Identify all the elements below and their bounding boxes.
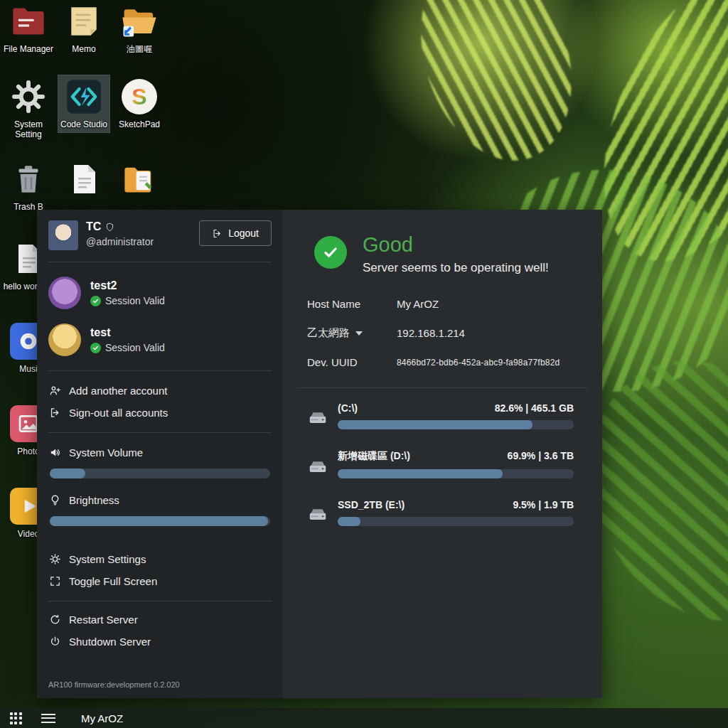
- uuid-value: 8466bd72-bdb6-452a-abc9-fa98a77fb82d: [397, 358, 560, 368]
- desktop-icon-trash[interactable]: Trash B: [3, 159, 54, 212]
- user-menu-pane: TC @administrator Logout test2 Session V…: [37, 210, 283, 698]
- desktop-icon-sketchpad[interactable]: S SketchPad: [114, 77, 165, 129]
- code-icon: [64, 77, 104, 117]
- account-name: test2: [90, 279, 165, 292]
- menu-item-label: System Settings: [69, 553, 146, 565]
- disk-usage: 82.6% | 465.1 GB: [495, 402, 574, 414]
- speaker-icon: [48, 446, 61, 459]
- note-icon: [64, 1, 104, 41]
- taskbar-title: My ArOZ: [81, 712, 123, 724]
- apps-grid-button[interactable]: [0, 708, 31, 728]
- volume-slider-fill: [50, 469, 85, 478]
- gear-icon: [9, 77, 48, 117]
- menu-item-label: Sign-out all accounts: [69, 407, 168, 419]
- user-status-panel: TC @administrator Logout test2 Session V…: [37, 210, 602, 698]
- uuid-row: Dev. UUID 8466bd72-bdb6-452a-abc9-fa98a7…: [307, 356, 574, 368]
- s-logo-icon: S: [119, 77, 159, 117]
- disk-name: SSD_2TB (E:\): [338, 499, 405, 510]
- menu-item-label: Brightness: [69, 494, 119, 506]
- chevron-down-icon: [355, 331, 363, 336]
- menu-item-label: Shutdown Server: [69, 636, 151, 648]
- icon-label: Code Studio: [58, 119, 109, 129]
- folder-shortcut-icon: [119, 1, 159, 41]
- user-plus-icon: [48, 385, 61, 397]
- volume-slider[interactable]: [50, 469, 270, 478]
- uuid-label: Dev. UUID: [307, 356, 397, 368]
- divider: [48, 601, 272, 601]
- divider: [48, 262, 272, 262]
- desktop-icon-oil-folder[interactable]: 油圖喔: [114, 1, 165, 54]
- menu-item-brightness: Brightness: [48, 489, 272, 511]
- account-row-test2[interactable]: test2 Session Valid: [37, 269, 283, 316]
- host-name-value: My ArOZ: [397, 298, 439, 310]
- divider: [48, 432, 272, 433]
- network-selector[interactable]: 乙太網路: [307, 326, 397, 340]
- divider: [48, 370, 272, 371]
- check-circle-icon: [314, 236, 347, 269]
- desktop-icon-folder-document[interactable]: [114, 159, 165, 202]
- sign-out-icon: [48, 407, 61, 419]
- red-folder-icon: [9, 1, 48, 41]
- gear-icon: [48, 553, 61, 566]
- disk-name: 新增磁碟區 (D:\): [338, 450, 410, 463]
- disk-usage-bar: [338, 517, 574, 526]
- network-row: 乙太網路 192.168.1.214: [307, 326, 574, 340]
- shield-icon: [105, 223, 114, 232]
- disk-row-c: (C:\) 82.6% | 465.1 GB: [307, 402, 574, 429]
- current-user-handle: @administrator: [86, 236, 154, 247]
- disk-usage-fill: [338, 517, 360, 526]
- restart-icon: [48, 614, 61, 626]
- menu-item-label: System Volume: [69, 446, 143, 459]
- fullscreen-icon: [48, 575, 61, 588]
- firmware-version: AR100 firmware:development 0.2.020: [37, 675, 283, 698]
- account-row-test[interactable]: test Session Valid: [37, 316, 283, 363]
- menu-item-system-settings[interactable]: System Settings: [48, 548, 272, 570]
- disk-usage-fill: [338, 420, 532, 429]
- menu-item-restart-server[interactable]: Restart Server: [48, 609, 272, 631]
- menu-item-label: Restart Server: [69, 614, 138, 626]
- disk-row-d: 新增磁碟區 (D:\) 69.9% | 3.6 TB: [307, 450, 574, 478]
- taskbar: My ArOZ: [0, 708, 728, 728]
- fern-leaf: [396, 0, 597, 181]
- hamburger-menu-button[interactable]: [31, 708, 65, 728]
- account-avatar: [48, 277, 81, 309]
- disk-row-e: SSD_2TB (E:\) 9.5% | 1.9 TB: [307, 499, 574, 526]
- trash-icon: [9, 159, 48, 199]
- document-icon: [64, 159, 104, 199]
- host-name-row: Host Name My ArOZ: [307, 298, 574, 310]
- logout-button[interactable]: Logout: [199, 220, 272, 246]
- icon-label: System Setting: [3, 119, 54, 139]
- drive-icon: [307, 505, 328, 527]
- current-user-avatar: [48, 220, 78, 250]
- menu-item-signout-all[interactable]: Sign-out all accounts: [48, 402, 272, 424]
- brightness-slider-fill: [50, 516, 268, 526]
- check-circle-icon: [90, 343, 101, 353]
- desktop-icon-file-manager[interactable]: File Manager: [3, 1, 54, 54]
- host-name-label: Host Name: [307, 298, 397, 310]
- logout-label: Logout: [228, 228, 259, 239]
- server-status-title: Good: [363, 233, 549, 257]
- server-status-pane: Good Server seems to be operating well! …: [283, 210, 602, 698]
- menu-item-shutdown-server[interactable]: Shutdown Server: [48, 631, 272, 653]
- session-status: Session Valid: [105, 295, 165, 306]
- menu-item-toggle-fullscreen[interactable]: Toggle Full Screen: [48, 570, 272, 592]
- menu-item-label: Toggle Full Screen: [69, 575, 157, 587]
- power-icon: [48, 636, 61, 648]
- desktop-icon-code-studio[interactable]: Code Studio: [58, 75, 109, 132]
- server-status-detail: Server seems to be operating well!: [363, 261, 549, 275]
- desktop-icon-system-setting[interactable]: System Setting: [3, 77, 54, 139]
- disk-name: (C:\): [338, 402, 358, 414]
- current-user-name: TC: [86, 220, 101, 233]
- menu-item-add-account[interactable]: Add another account: [48, 380, 272, 402]
- apps-grid-icon: [10, 712, 22, 724]
- icon-label: SketchPad: [114, 119, 165, 129]
- desktop-icon-memo[interactable]: Memo: [58, 1, 109, 54]
- check-circle-icon: [90, 296, 101, 306]
- bulb-icon: [48, 494, 61, 507]
- disk-usage-bar: [338, 469, 574, 478]
- brightness-slider[interactable]: [50, 516, 270, 526]
- account-avatar: [48, 323, 81, 356]
- disk-usage-fill: [338, 469, 503, 478]
- ip-address-value: 192.168.1.214: [397, 327, 465, 339]
- desktop-icon-document[interactable]: [58, 159, 109, 202]
